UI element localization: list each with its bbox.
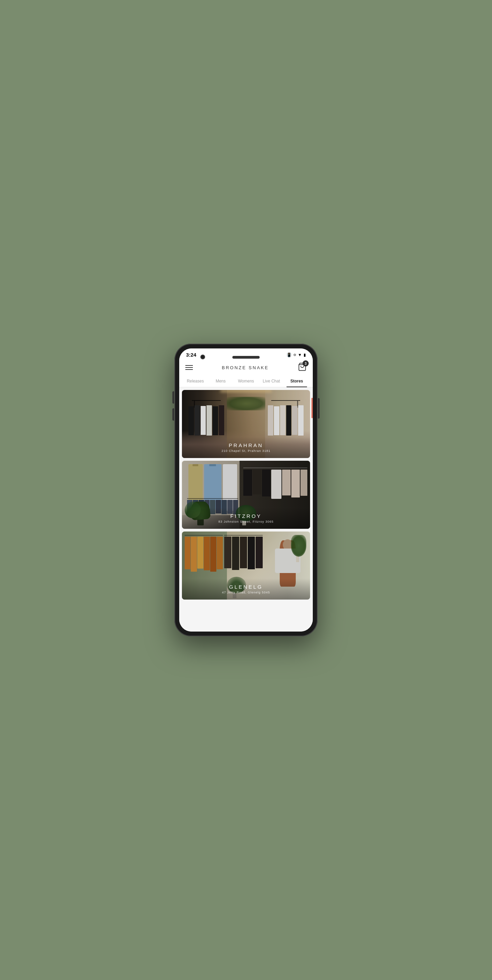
store-card-prahran[interactable]: PRAHRAN 210 Chapel St, Prahran 3181: [182, 390, 310, 458]
speaker: [232, 356, 260, 359]
phone-device: 3:24 📳 ⊖ ▼ ▮ BRONZE SNAKE: [174, 344, 318, 636]
tab-stores[interactable]: Stores: [284, 375, 309, 387]
camera: [200, 355, 205, 360]
glenelg-store-name: GLENELG: [229, 584, 263, 590]
vibrate-icon: 📳: [286, 353, 292, 357]
glenelg-address: 47 Jetty Road, Glenelg 5045: [222, 591, 270, 594]
battery-icon: ▮: [304, 353, 306, 357]
prahran-address: 210 Chapel St, Prahran 3181: [222, 449, 270, 453]
hamburger-line-2: [185, 367, 193, 368]
wifi-icon: ▼: [298, 353, 302, 357]
cart-count-badge: 3: [303, 360, 309, 366]
nav-tabs: Releases Mens Womens Live Chat Stores: [179, 375, 313, 387]
hamburger-line-1: [185, 365, 193, 366]
fitzroy-label: FITZROY 83 Johnston Street, Fitzroy 3065: [182, 508, 310, 529]
fitzroy-store-name: FITZROY: [230, 513, 262, 519]
status-time: 3:24: [186, 352, 196, 358]
scroll-indicator: [311, 398, 313, 418]
volume-up-button: [173, 391, 174, 404]
fitzroy-address: 83 Johnston Street, Fitzroy 3065: [219, 520, 273, 523]
app-header: BRONZE SNAKE 3: [179, 360, 313, 375]
hamburger-button[interactable]: [185, 365, 193, 370]
prahran-store-name: PRAHRAN: [228, 442, 263, 448]
tab-womens[interactable]: Womens: [233, 375, 259, 387]
store-list: PRAHRAN 210 Chapel St, Prahran 3181: [179, 387, 313, 632]
store-card-fitzroy[interactable]: FITZROY 83 Johnston Street, Fitzroy 3065: [182, 461, 310, 529]
store-card-glenelg[interactable]: GLENELG 47 Jetty Road, Glenelg 5045: [182, 531, 310, 600]
phone-screen: 3:24 📳 ⊖ ▼ ▮ BRONZE SNAKE: [179, 348, 313, 632]
cart-button[interactable]: 3: [298, 363, 307, 372]
signal-icon: ⊖: [293, 353, 296, 356]
tab-releases[interactable]: Releases: [183, 375, 208, 387]
hamburger-line-3: [185, 369, 193, 370]
power-button: [318, 398, 319, 418]
status-icons: 📳 ⊖ ▼ ▮: [286, 353, 306, 357]
tab-mens[interactable]: Mens: [208, 375, 233, 387]
prahran-label: PRAHRAN 210 Chapel St, Prahran 3181: [182, 437, 310, 458]
glenelg-label: GLENELG 47 Jetty Road, Glenelg 5045: [182, 579, 310, 600]
volume-down-button: [173, 408, 174, 421]
brand-logo: BRONZE SNAKE: [222, 365, 269, 370]
tab-livechat[interactable]: Live Chat: [259, 375, 284, 387]
